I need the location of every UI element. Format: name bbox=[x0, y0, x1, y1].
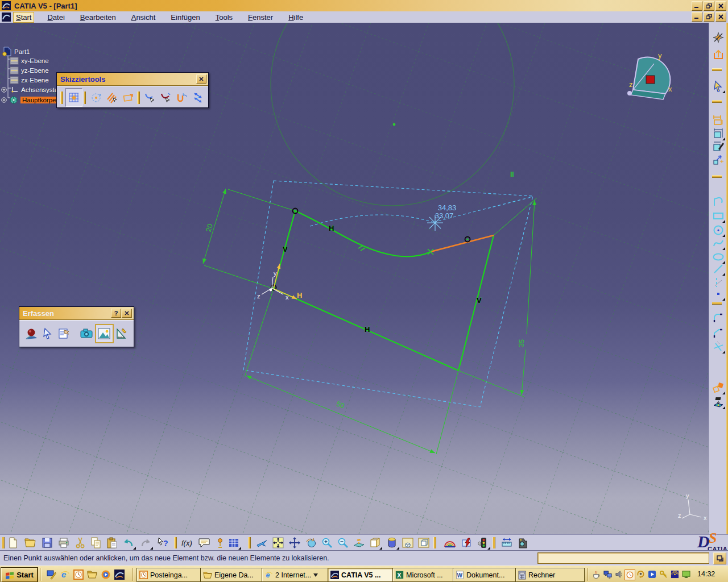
knowledge-button[interactable] bbox=[460, 536, 474, 550]
isometric-view-button[interactable] bbox=[400, 536, 415, 550]
command-input[interactable] bbox=[537, 552, 709, 564]
display-tray-icon[interactable] bbox=[681, 569, 691, 579]
paste-button[interactable] bbox=[105, 536, 119, 550]
grid-button[interactable] bbox=[65, 88, 82, 107]
compass-privileged-plane[interactable] bbox=[646, 76, 655, 84]
construction-element-button[interactable] bbox=[104, 89, 120, 106]
task-eigene-dateien[interactable]: Eigene Da... bbox=[200, 568, 264, 582]
mdi-minimize-button[interactable] bbox=[692, 12, 702, 22]
mdi-close-button[interactable] bbox=[715, 12, 726, 22]
menu-item-bearbeiten[interactable]: Bearbeiten bbox=[78, 13, 118, 22]
redo-button[interactable] bbox=[138, 536, 153, 550]
erfassen-close-button[interactable] bbox=[122, 309, 132, 318]
open-button[interactable] bbox=[23, 536, 38, 550]
skizziertools-panel[interactable]: Skizziertools t bbox=[56, 72, 209, 108]
expand-icon[interactable] bbox=[1, 97, 7, 103]
restore-button[interactable] bbox=[704, 1, 714, 11]
sketch-viewport[interactable]: 34,83 33,07 20 35 50 bbox=[0, 23, 709, 534]
tree-item-xy-plane[interactable]: xy-Ebene bbox=[10, 57, 49, 65]
skizziertools-close-button[interactable] bbox=[196, 74, 206, 84]
select-button[interactable] bbox=[711, 80, 725, 93]
constraints-dialog-button[interactable] bbox=[711, 113, 725, 127]
pan-button[interactable] bbox=[287, 536, 302, 550]
undo-button[interactable] bbox=[121, 536, 136, 550]
circle-center-point[interactable] bbox=[393, 123, 396, 126]
catalog-button[interactable] bbox=[442, 536, 457, 550]
wireless-tray-icon[interactable] bbox=[670, 569, 680, 579]
media-player-tray-icon[interactable] bbox=[647, 569, 657, 579]
capture-button[interactable] bbox=[78, 325, 94, 342]
toolbar-handle[interactable] bbox=[174, 537, 177, 548]
start-button[interactable]: Start bbox=[1, 568, 38, 582]
network-tray-icon[interactable] bbox=[603, 569, 613, 579]
measure-item-button[interactable] bbox=[515, 536, 530, 550]
light-button[interactable] bbox=[213, 536, 228, 550]
mdi-restore-button[interactable] bbox=[704, 12, 714, 22]
named-views-button[interactable] bbox=[416, 536, 431, 550]
album-button[interactable] bbox=[95, 324, 114, 343]
profile-button[interactable] bbox=[711, 195, 725, 209]
fit-all-in-button[interactable] bbox=[271, 536, 286, 550]
toolbar-handle[interactable] bbox=[248, 537, 251, 548]
task-dokument[interactable]: W Dokument... bbox=[453, 568, 518, 582]
compass-hub[interactable] bbox=[627, 91, 632, 95]
tree-item-part1[interactable]: Part1 bbox=[2, 47, 30, 56]
menu-item-fenster[interactable]: Fenster bbox=[246, 13, 275, 22]
dimensional-constraint-red-button[interactable] bbox=[158, 89, 174, 106]
save-button[interactable] bbox=[40, 536, 55, 550]
menu-item-tools[interactable]: Tools bbox=[213, 13, 235, 22]
internet-explorer-icon[interactable]: e bbox=[59, 569, 71, 580]
toolbar-handle[interactable] bbox=[433, 537, 436, 548]
close-button[interactable] bbox=[715, 1, 726, 11]
copy-button[interactable] bbox=[89, 536, 104, 550]
whats-this-button[interactable]: ? bbox=[156, 536, 171, 550]
corner-button[interactable] bbox=[711, 311, 725, 325]
trim-button[interactable] bbox=[711, 340, 725, 354]
task-internet[interactable]: e 2 Internet... bbox=[262, 568, 330, 582]
keys-tray-icon[interactable] bbox=[659, 569, 668, 579]
erfassen-titlebar[interactable]: Erfassen ? bbox=[19, 307, 134, 320]
menu-item-start[interactable]: Start bbox=[13, 12, 34, 23]
task-catia[interactable]: CATIA V5 ... bbox=[328, 568, 395, 582]
cut-button[interactable] bbox=[73, 536, 88, 550]
auto-constraint-button[interactable]: t bbox=[174, 89, 190, 106]
show-desktop-icon[interactable] bbox=[46, 569, 57, 580]
dialog-expand-button[interactable] bbox=[713, 552, 726, 564]
tree-item-hauptkoerper[interactable]: Hauptkörper bbox=[1, 95, 60, 105]
snap-to-point-button[interactable] bbox=[88, 89, 104, 106]
scheduler-tray-icon[interactable] bbox=[636, 569, 646, 579]
skizziertools-titlebar[interactable]: Skizziertools bbox=[57, 73, 208, 86]
minimize-button[interactable] bbox=[692, 1, 702, 11]
transformation-button[interactable] bbox=[711, 381, 725, 394]
toolbar-handle[interactable] bbox=[2, 537, 5, 548]
spline-button[interactable] bbox=[711, 236, 725, 250]
measure-between-button[interactable] bbox=[499, 536, 514, 550]
menu-item-ansicht[interactable]: Ansicht bbox=[129, 13, 158, 22]
tree-item-yz-plane[interactable]: yz-Ebene bbox=[10, 66, 49, 74]
explorer-folder-icon[interactable] bbox=[86, 569, 98, 580]
chamfer-button[interactable] bbox=[711, 327, 725, 340]
volume-tray-icon[interactable] bbox=[614, 569, 624, 579]
rectangle-button[interactable] bbox=[711, 209, 725, 223]
comment-button[interactable] bbox=[197, 536, 212, 550]
print-button[interactable] bbox=[56, 536, 71, 550]
expand-icon[interactable] bbox=[1, 87, 7, 93]
media-player-icon[interactable] bbox=[100, 569, 111, 580]
catia-launcher-icon[interactable] bbox=[114, 569, 125, 580]
clock-tray-icon[interactable] bbox=[624, 569, 635, 580]
toolbar-handle[interactable] bbox=[493, 537, 495, 548]
fly-mode-button[interactable] bbox=[255, 536, 270, 550]
menu-item-hilfe[interactable]: Hilfe bbox=[286, 13, 305, 22]
contact-constraint-button[interactable] bbox=[711, 140, 725, 153]
rotate-button[interactable] bbox=[304, 536, 318, 550]
constraint-button[interactable] bbox=[711, 127, 725, 140]
dimensional-constraint-blue-button[interactable] bbox=[142, 89, 158, 106]
animate-constraint-button[interactable] bbox=[190, 89, 206, 106]
tree-item-zx-plane[interactable]: zx-Ebene bbox=[10, 76, 49, 84]
exit-workbench-button[interactable] bbox=[711, 48, 725, 61]
task-rechner[interactable]: Rechner bbox=[515, 568, 585, 582]
java-tray-icon[interactable] bbox=[592, 569, 601, 579]
point-button[interactable] bbox=[711, 287, 725, 301]
sketch-tools-button[interactable] bbox=[711, 31, 725, 44]
measure-overlay-button[interactable] bbox=[114, 325, 130, 342]
